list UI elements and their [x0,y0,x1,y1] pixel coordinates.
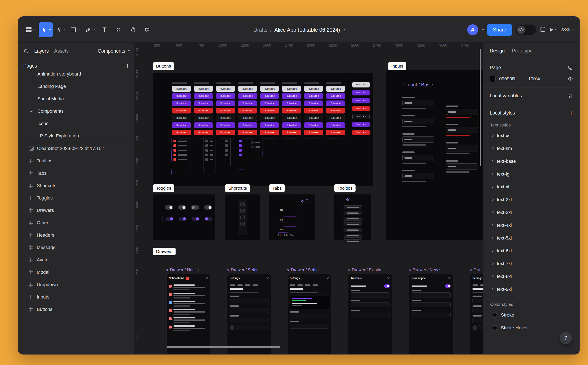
component-label[interactable]: Drawer / Settin... [227,267,271,272]
close-icon[interactable] [387,277,390,279]
input-component[interactable] [446,124,478,136]
f-input[interactable] [290,324,329,329]
library-book-icon[interactable] [540,27,546,33]
layer-row[interactable]: Tabs [18,167,134,179]
layer-row[interactable]: Other [18,217,134,229]
f-input[interactable] [351,302,390,307]
chip-component[interactable] [249,139,262,157]
button-component[interactable]: Button text [304,108,323,113]
button-component[interactable]: Button text [282,86,301,92]
text-style-row[interactable]: text-xs [490,129,573,142]
avatar-chevron-icon[interactable] [482,28,484,30]
f-input[interactable] [412,292,451,297]
tooltip-component[interactable] [344,211,362,215]
button-component[interactable]: Button text [304,122,323,128]
button-component[interactable]: Button text [194,115,213,121]
text-style-row[interactable]: text-3xl [490,206,573,219]
input-component[interactable] [402,151,434,164]
close-icon[interactable] [448,277,451,279]
button-component[interactable]: Button text [326,108,345,113]
f-input[interactable] [479,325,483,330]
page-color-opacity[interactable]: 100% [528,76,540,82]
button-component[interactable]: Button text [282,93,301,99]
page-row[interactable]: Animation storyboard [18,72,134,80]
button-component[interactable]: Button text [260,115,279,121]
button-component[interactable]: Button text [172,115,191,121]
text-style-row[interactable]: text-8xl [490,270,573,283]
toggle-component[interactable] [178,205,186,210]
f-input[interactable] [351,312,390,317]
layer-row[interactable]: Toggles [18,192,134,204]
add-page-button[interactable]: + [126,63,129,69]
component-label[interactable]: Dra... [470,267,483,272]
button-component[interactable]: Button text [172,93,191,99]
button-component[interactable]: Button text [282,108,301,113]
button-component[interactable]: Button text [172,100,191,106]
text-style-row[interactable]: text-2xl [490,193,573,206]
button-component[interactable]: Button text [326,122,345,128]
tooltip-component[interactable] [344,205,362,209]
f-input[interactable] [472,318,483,323]
button-component[interactable]: Button text [352,122,370,127]
close-icon[interactable] [266,277,269,279]
input-component[interactable] [446,160,478,173]
tooltips-frame[interactable]: ... [334,195,371,240]
button-component[interactable]: Button text [352,130,370,135]
text-style-row[interactable]: text-6xl [490,244,573,257]
button-component[interactable]: Button text [326,86,345,92]
button-component[interactable]: Button text [216,100,235,106]
button-component[interactable]: Button text [282,122,301,128]
frame-tool-button[interactable]: # [54,22,67,37]
button-component[interactable]: Button text [326,100,345,106]
button-component[interactable]: Button text [194,100,213,106]
button-component[interactable]: Button text [194,108,213,113]
layer-row[interactable]: Message [18,241,134,254]
layer-row[interactable]: Inputs [18,291,134,303]
button-component[interactable]: Button text [326,130,345,135]
tabs-frame[interactable]: T... TabTabTab TabTabTab [269,195,315,240]
shape-tool-button[interactable] [68,22,81,37]
text-style-row[interactable]: text-4xl [490,219,573,232]
button-component[interactable]: Button text [304,93,323,99]
layer-row[interactable]: Dropdown [18,278,134,291]
adjustments-icon[interactable] [568,93,573,98]
toggles-frame[interactable] [153,195,215,240]
button-component[interactable]: Button text [216,115,235,121]
button-component[interactable]: Button text [238,86,257,92]
breadcrumb-file-name[interactable]: Alice App (editable 06.2024) [274,27,340,33]
main-menu-button[interactable] [24,22,37,37]
canvas[interactable]: 2505007501000125015001750200022502500275… [134,42,483,354]
button-component[interactable]: Button text [304,100,323,106]
layer-row[interactable]: Tooltips [18,154,134,167]
drawer-component[interactable]: Drawer / Settin...Settings [227,267,271,354]
component-label[interactable]: ... [347,197,355,202]
section-label-tooltips[interactable]: Tooltips [334,184,356,192]
text-tool-button[interactable]: T [98,22,111,37]
button-component[interactable]: Button text [238,122,257,128]
chevron-down-icon[interactable] [343,28,345,30]
tab-prototype[interactable]: Prototype [512,48,533,54]
layer-row-image[interactable]: CleanShot 2023-09-22 at 17.10 1 [18,142,134,154]
tab-component[interactable]: Tab [278,207,297,213]
drawer-component[interactable]: Dra...Settings [470,267,483,354]
layer-row[interactable]: Avatar [18,254,134,266]
button-component[interactable]: Button text [260,86,279,92]
button-component[interactable]: Button text [304,115,323,121]
current-page-selector[interactable]: Components [98,48,129,54]
section-label-drawers[interactable]: Drawers [153,248,175,255]
button-component[interactable]: Button text [194,86,213,92]
component-label[interactable]: T... [301,199,311,204]
toggle-component[interactable] [204,217,212,221]
button-component[interactable]: Button text [194,130,213,135]
button-component[interactable]: Button text [304,86,323,92]
toggle-component[interactable] [191,205,199,210]
f-input[interactable] [412,302,451,307]
input-component[interactable] [402,170,434,182]
button-component[interactable]: Button text [352,98,370,103]
f-input[interactable] [472,298,483,303]
page-styles-icon[interactable] [568,65,573,70]
canvas-vertical-scrollbar[interactable] [480,49,481,166]
component-label[interactable]: Drawer / New s... [409,267,453,272]
button-component[interactable]: Button text [260,100,279,106]
button-component[interactable]: Button text [326,93,345,99]
